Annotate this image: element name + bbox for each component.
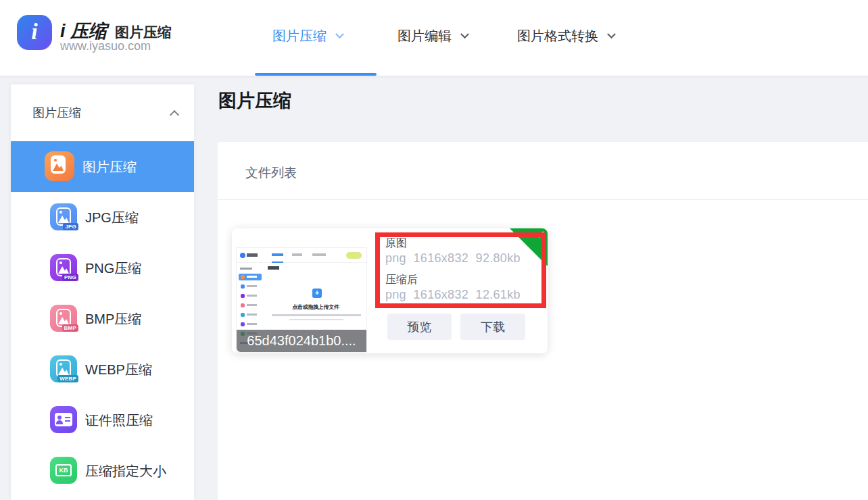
page-title: 图片压缩 xyxy=(218,89,291,113)
original-label: 原图 xyxy=(385,236,407,251)
sidebar-item-target-size-compress[interactable]: KB 压缩指定大小 xyxy=(11,445,194,496)
chevron-down-icon xyxy=(335,30,344,39)
nav-tab-image-edit[interactable]: 图片编辑 xyxy=(397,26,468,45)
app-header: i i 压缩图片压缩 www.iyasuo.com 图片压缩 图片编辑 图片格式… xyxy=(0,0,868,76)
file-card: ✓ + 点击或拖拽上传文件 xyxy=(232,228,548,353)
brand-website: www.iyasuo.com xyxy=(60,39,151,53)
brand-logo-icon[interactable]: i xyxy=(17,15,52,50)
sidebar-item-bmp-compress[interactable]: BMP BMP压缩 xyxy=(11,293,194,344)
nav-tab-image-compress[interactable]: 图片压缩 xyxy=(272,26,343,45)
sidebar-item-image-compress[interactable]: 图片压缩 xyxy=(11,141,194,192)
panel-divider xyxy=(218,199,868,200)
sidebar: 图片压缩 图片压缩 JPG JPG压缩 PNG PNG压缩 BMP BMP压缩 xyxy=(11,84,194,500)
sidebar-item-label: BMP压缩 xyxy=(85,310,141,328)
sidebar-item-label: 证件照压缩 xyxy=(85,411,153,430)
sidebar-item-label: WEBP压缩 xyxy=(85,361,152,379)
sidebar-item-png-compress[interactable]: PNG PNG压缩 xyxy=(11,243,194,293)
png-compress-icon: PNG xyxy=(50,254,77,281)
thumb-mini-header xyxy=(237,248,366,263)
thumb-hint-line xyxy=(272,314,361,316)
active-tab-underline xyxy=(255,73,377,76)
chevron-down-icon xyxy=(607,30,616,39)
thumb-mini-logo xyxy=(240,253,245,258)
sidebar-item-label: JPG压缩 xyxy=(85,209,139,227)
folder-kb-icon: KB xyxy=(50,457,77,484)
thumb-mini-sidebar xyxy=(237,263,264,337)
png-format-badge: PNG xyxy=(62,274,78,281)
sidebar-item-label: 图片压缩 xyxy=(82,158,137,176)
thumb-hint-line2 xyxy=(289,319,343,320)
file-thumbnail[interactable]: + 点击或拖拽上传文件 65d43f024b1b0.... xyxy=(236,247,367,353)
jpg-compress-icon: JPG xyxy=(50,203,77,230)
compressed-label: 压缩后 xyxy=(385,273,418,287)
bmp-format-badge: BMP xyxy=(62,324,78,332)
webp-compress-icon: WEBP xyxy=(50,355,77,382)
chevron-up-icon xyxy=(170,110,179,120)
sidebar-group-label: 图片压缩 xyxy=(32,105,81,121)
sidebar-item-label: 压缩指定大小 xyxy=(85,462,166,480)
compressed-info: png 1616x832 12.61kb xyxy=(385,288,521,302)
bmp-compress-icon: BMP xyxy=(50,305,77,332)
chevron-down-icon xyxy=(460,30,469,39)
logo-i-glyph: i xyxy=(31,19,37,45)
filename-bar: 65d43f024b1b0.... xyxy=(237,330,366,352)
plus-icon: + xyxy=(312,289,322,298)
brand-product: 图片压缩 xyxy=(115,24,172,40)
filename-text: 65d43f024b1b0.... xyxy=(247,333,356,349)
nav-tab-label: 图片格式转换 xyxy=(517,27,598,45)
sidebar-group-toggle[interactable]: 图片压缩 xyxy=(11,84,194,141)
download-button[interactable]: 下载 xyxy=(460,314,525,340)
thumb-mini-button xyxy=(346,252,362,259)
file-list-title: 文件列表 xyxy=(245,164,297,182)
file-list-panel: 文件列表 ✓ xyxy=(218,142,868,500)
nav-tab-label: 图片压缩 xyxy=(272,27,327,45)
sidebar-item-webp-compress[interactable]: WEBP WEBP压缩 xyxy=(11,344,194,395)
id-card-icon xyxy=(50,406,77,433)
sidebar-item-idphoto-compress[interactable]: 证件照压缩 xyxy=(11,395,194,445)
thumb-mini-title xyxy=(268,266,279,270)
sidebar-item-jpg-compress[interactable]: JPG JPG压缩 xyxy=(11,192,194,243)
original-info: png 1616x832 92.80kb xyxy=(385,251,521,266)
webp-format-badge: WEBP xyxy=(57,375,78,382)
nav-tab-label: 图片编辑 xyxy=(397,27,452,45)
jpg-format-badge: JPG xyxy=(63,223,78,230)
nav-tab-format-convert[interactable]: 图片格式转换 xyxy=(517,26,614,45)
sidebar-item-label: PNG压缩 xyxy=(85,259,141,278)
check-icon: ✓ xyxy=(537,228,546,241)
image-compress-icon xyxy=(45,151,74,181)
preview-button[interactable]: 预览 xyxy=(387,314,452,340)
thumb-upload-caption: 点击或拖拽上传文件 xyxy=(264,303,367,311)
brand-name: i 压缩 xyxy=(60,21,107,41)
